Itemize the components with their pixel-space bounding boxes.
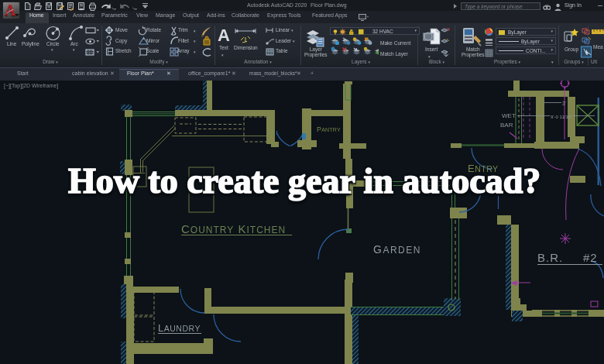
svg-text:3': 3' bbox=[562, 101, 566, 106]
svg-text:GARDEN: GARDEN bbox=[373, 243, 421, 256]
svg-text:B.R. #2: B.R. #2 bbox=[537, 251, 598, 264]
svg-text:WET: WET bbox=[502, 112, 516, 119]
svg-text:LAUNDRY: LAUNDRY bbox=[158, 322, 201, 334]
svg-text:9'-0 11/16": 9'-0 11/16" bbox=[551, 115, 572, 119]
svg-text:COUNTRY KITCHEN: COUNTRY KITCHEN bbox=[181, 222, 286, 235]
svg-text:PANTRY: PANTRY bbox=[317, 125, 341, 133]
svg-text:BAR: BAR bbox=[500, 122, 513, 129]
